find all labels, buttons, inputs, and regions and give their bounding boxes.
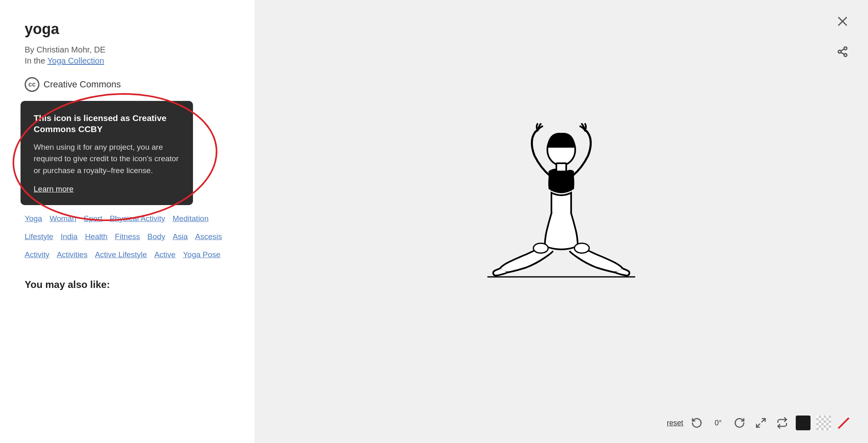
- tag-meditation[interactable]: Meditation: [172, 211, 209, 226]
- license-label: Creative Commons: [44, 79, 121, 90]
- swatches-area: This icon is licensed as Creative Common…: [25, 101, 230, 178]
- reset-button[interactable]: reset: [667, 419, 683, 427]
- tags-container: Yoga Woman Sport Physical Activity Medit…: [25, 211, 230, 263]
- color-transparent-swatch[interactable]: [816, 416, 831, 430]
- you-may-also-label: You may also like:: [25, 279, 230, 290]
- bottom-toolbar: reset 0°: [667, 415, 852, 431]
- top-right-buttons: [834, 12, 852, 61]
- cc-section: cc Creative Commons: [25, 77, 230, 92]
- icon-title: yoga: [25, 21, 230, 38]
- right-panel: reset 0°: [255, 0, 868, 443]
- tag-health[interactable]: Health: [85, 229, 108, 244]
- svg-point-10: [533, 243, 548, 253]
- tag-active[interactable]: Active: [154, 247, 176, 263]
- creative-commons-icon: cc: [25, 77, 39, 92]
- svg-line-5: [841, 53, 844, 55]
- tag-active-lifestyle[interactable]: Active Lifestyle: [95, 247, 147, 263]
- author-line: By Christian Mohr, DE: [25, 45, 230, 55]
- tag-activity[interactable]: Activity: [25, 247, 49, 263]
- left-panel: yoga By Christian Mohr, DE In the Yoga C…: [0, 0, 255, 443]
- yoga-illustration: [463, 107, 660, 336]
- close-button[interactable]: [834, 12, 852, 30]
- collection-link[interactable]: Yoga Collection: [47, 56, 104, 65]
- share-button[interactable]: [834, 43, 852, 61]
- tag-lifestyle[interactable]: Lifestyle: [25, 229, 53, 244]
- rotate-right-button[interactable]: [732, 415, 747, 431]
- tag-physical-activity[interactable]: Physical Activity: [110, 211, 165, 226]
- tag-yoga-pose[interactable]: Yoga Pose: [183, 247, 220, 263]
- tag-ascesis[interactable]: Ascesis: [195, 229, 222, 244]
- tag-activities[interactable]: Activities: [57, 247, 87, 263]
- color-black-swatch[interactable]: [796, 416, 811, 430]
- flip-button[interactable]: [774, 415, 790, 431]
- svg-point-11: [574, 243, 589, 253]
- main-container: yoga By Christian Mohr, DE In the Yoga C…: [0, 0, 868, 443]
- tooltip-popup: This icon is licensed as Creative Common…: [21, 101, 193, 205]
- svg-line-6: [841, 49, 844, 51]
- degree-display: 0°: [710, 419, 726, 427]
- collection-line: In the Yoga Collection: [25, 56, 230, 66]
- tag-yoga[interactable]: Yoga: [25, 211, 42, 226]
- learn-more-link[interactable]: Learn more: [34, 185, 73, 193]
- resize-button[interactable]: [753, 415, 769, 431]
- tag-woman[interactable]: Woman: [50, 211, 76, 226]
- rotate-left-button[interactable]: [689, 415, 705, 431]
- tag-asia[interactable]: Asia: [172, 229, 188, 244]
- tooltip-heading: This icon is licensed as Creative Common…: [34, 112, 180, 135]
- svg-rect-8: [556, 163, 566, 171]
- collection-prefix: In the: [25, 56, 45, 65]
- tag-sport[interactable]: Sport: [84, 211, 102, 226]
- color-red-diagonal[interactable]: [837, 416, 852, 430]
- tag-body[interactable]: Body: [147, 229, 165, 244]
- tooltip-body: When using it for any project, you are r…: [34, 142, 180, 177]
- tag-india[interactable]: India: [61, 229, 78, 244]
- tag-fitness[interactable]: Fitness: [115, 229, 140, 244]
